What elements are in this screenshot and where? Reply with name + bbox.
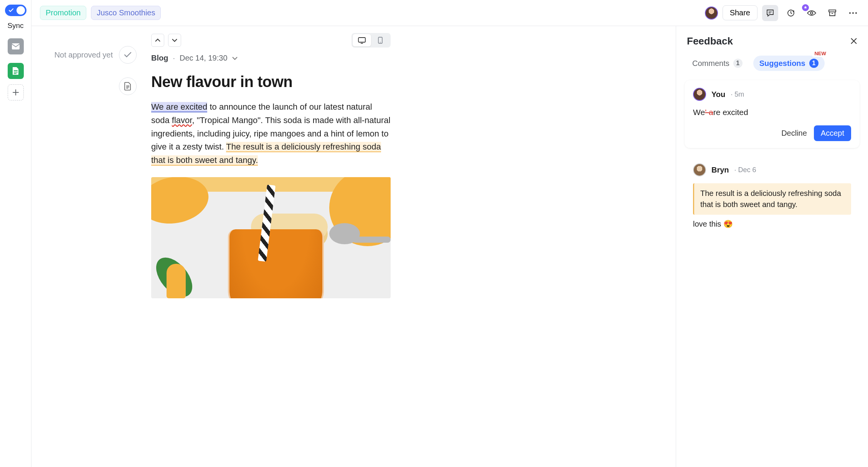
svg-rect-1 bbox=[14, 70, 18, 71]
editor-pane: Not approved yet bbox=[31, 26, 676, 467]
svg-point-12 bbox=[380, 42, 381, 43]
sidebar-add-button[interactable] bbox=[8, 84, 24, 100]
history-button[interactable] bbox=[783, 5, 799, 21]
share-button[interactable]: Share bbox=[723, 5, 757, 20]
svg-point-9 bbox=[855, 12, 857, 13]
toggle-knob bbox=[17, 6, 25, 15]
close-icon bbox=[850, 38, 857, 44]
decline-button[interactable]: Decline bbox=[781, 129, 807, 138]
avatar bbox=[693, 88, 706, 101]
comment-icon bbox=[766, 9, 774, 17]
feedback-panel: Feedback Comments 1 Suggestions 1 NEW bbox=[676, 26, 868, 467]
prev-post-button[interactable] bbox=[151, 34, 164, 47]
clock-refresh-icon bbox=[787, 9, 795, 17]
mobile-preview-button[interactable] bbox=[371, 34, 389, 46]
suggestion-text: We' are excited bbox=[693, 108, 851, 117]
tag-jusco[interactable]: Jusco Smoothies bbox=[91, 6, 161, 20]
check-icon bbox=[8, 7, 14, 13]
comments-count-badge: 1 bbox=[733, 59, 743, 68]
desktop-preview-button[interactable] bbox=[353, 34, 371, 46]
accept-button[interactable]: Accept bbox=[814, 125, 851, 141]
svg-rect-6 bbox=[829, 10, 836, 12]
chevron-down-icon bbox=[172, 38, 177, 42]
sidebar-item-doc[interactable] bbox=[8, 63, 24, 79]
post-title[interactable]: New flavour in town bbox=[151, 73, 391, 90]
avatar[interactable] bbox=[705, 7, 718, 20]
post-body[interactable]: We are excited to announce the launch of… bbox=[151, 100, 391, 167]
sync-toggle[interactable] bbox=[5, 5, 26, 16]
schedule-date: Dec 14, 19:30 bbox=[180, 54, 228, 62]
envelope-icon bbox=[12, 43, 20, 50]
dots-icon bbox=[849, 12, 857, 14]
tab-suggestions-label: Suggestions bbox=[759, 59, 805, 68]
channel-label: Blog bbox=[151, 54, 168, 62]
suggestion-author: You bbox=[711, 90, 725, 99]
attachment-type-button[interactable] bbox=[119, 77, 137, 95]
spellcheck-mark[interactable]: flavor bbox=[172, 115, 192, 125]
svg-point-5 bbox=[810, 12, 813, 14]
plus-icon bbox=[12, 89, 19, 96]
tag-promotion[interactable]: Promotion bbox=[40, 6, 86, 20]
comment-author: Bryn bbox=[711, 166, 729, 174]
chevron-down-icon bbox=[232, 56, 238, 60]
tab-suggestions[interactable]: Suggestions 1 NEW bbox=[753, 56, 825, 71]
svg-rect-3 bbox=[14, 73, 17, 74]
eye-icon bbox=[807, 10, 816, 16]
svg-rect-10 bbox=[358, 38, 365, 42]
comment-card: Bryn · Dec 6 The result is a deliciously… bbox=[685, 156, 860, 235]
comment-quote: The result is a deliciously refreshing s… bbox=[693, 183, 851, 215]
suggestions-count-badge: 1 bbox=[809, 59, 818, 68]
monitor-icon bbox=[358, 37, 366, 44]
check-icon bbox=[124, 52, 132, 58]
star-badge-icon bbox=[802, 4, 809, 11]
chevron-up-icon bbox=[155, 38, 160, 42]
preview-button[interactable] bbox=[804, 5, 820, 21]
post-hero-image[interactable] bbox=[151, 177, 391, 298]
comment-text: love this 😍 bbox=[693, 219, 851, 229]
document-icon bbox=[124, 82, 131, 90]
left-rail: Sync bbox=[0, 0, 31, 467]
approve-button[interactable] bbox=[119, 46, 137, 64]
tab-comments-label: Comments bbox=[692, 59, 729, 68]
sidebar-item-email[interactable] bbox=[8, 38, 24, 54]
feedback-title: Feedback bbox=[687, 35, 733, 47]
svg-point-7 bbox=[849, 12, 851, 13]
suggestion-highlight[interactable]: We are excited bbox=[151, 102, 207, 112]
suggestion-card: You · 5m We' are excited Decline Accept bbox=[685, 80, 860, 148]
tab-comments[interactable]: Comments 1 bbox=[686, 56, 749, 71]
new-badge: NEW bbox=[812, 50, 828, 57]
archive-icon bbox=[828, 9, 837, 17]
document-icon bbox=[12, 67, 19, 75]
approval-status-label: Not approved yet bbox=[54, 51, 113, 59]
next-post-button[interactable] bbox=[168, 34, 181, 47]
top-bar: Promotion Jusco Smoothies Share bbox=[31, 0, 868, 26]
sync-label: Sync bbox=[7, 21, 23, 30]
archive-button[interactable] bbox=[824, 5, 840, 21]
more-menu-button[interactable] bbox=[845, 5, 861, 21]
phone-icon bbox=[378, 37, 383, 44]
avatar bbox=[693, 163, 706, 176]
svg-rect-2 bbox=[14, 72, 18, 72]
comments-panel-toggle[interactable] bbox=[762, 5, 778, 21]
post-meta[interactable]: Blog · Dec 14, 19:30 bbox=[151, 54, 391, 62]
device-preview-toggle bbox=[351, 33, 391, 48]
svg-point-8 bbox=[852, 12, 854, 13]
close-feedback-button[interactable] bbox=[850, 36, 857, 47]
